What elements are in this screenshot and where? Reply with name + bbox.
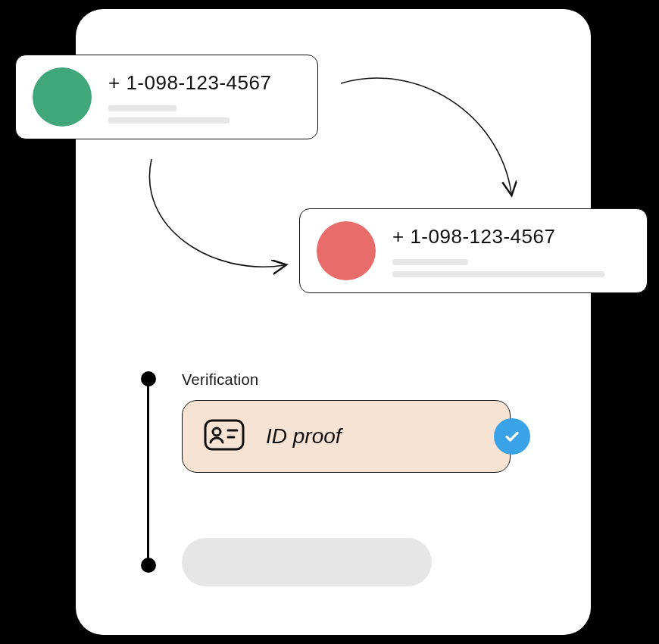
card-text-column: + 1-098-123-4567	[108, 71, 301, 123]
id-proof-label: ID proof	[266, 424, 489, 449]
id-card-icon	[204, 419, 245, 454]
contact-card-red: + 1-098-123-4567	[299, 208, 648, 293]
avatar-circle-green	[33, 67, 92, 127]
placeholder-lines	[108, 105, 301, 123]
timeline-dot-bottom	[141, 558, 156, 573]
check-badge	[494, 418, 530, 455]
id-proof-card: ID proof	[182, 400, 511, 473]
timeline-dot-top	[141, 371, 156, 386]
svg-point-1	[213, 428, 220, 436]
contact-card-green: + 1-098-123-4567	[15, 55, 318, 139]
diagram-stage: + 1-098-123-4567 + 1-098-123-4567	[0, 0, 659, 644]
placeholder-line-short	[392, 259, 468, 265]
phone-number: + 1-098-123-4567	[108, 71, 301, 95]
placeholder-step-pill	[182, 538, 432, 586]
verification-label: Verification	[182, 371, 258, 389]
card-text-column: + 1-098-123-4567	[392, 225, 630, 277]
placeholder-line-short	[108, 105, 176, 111]
timeline-line	[147, 385, 149, 559]
placeholder-line-long	[108, 117, 230, 123]
check-icon	[503, 427, 521, 445]
avatar-circle-red	[317, 221, 376, 280]
placeholder-lines	[392, 259, 630, 277]
svg-rect-0	[205, 420, 243, 449]
placeholder-line-long	[392, 271, 604, 277]
phone-number: + 1-098-123-4567	[392, 225, 630, 249]
